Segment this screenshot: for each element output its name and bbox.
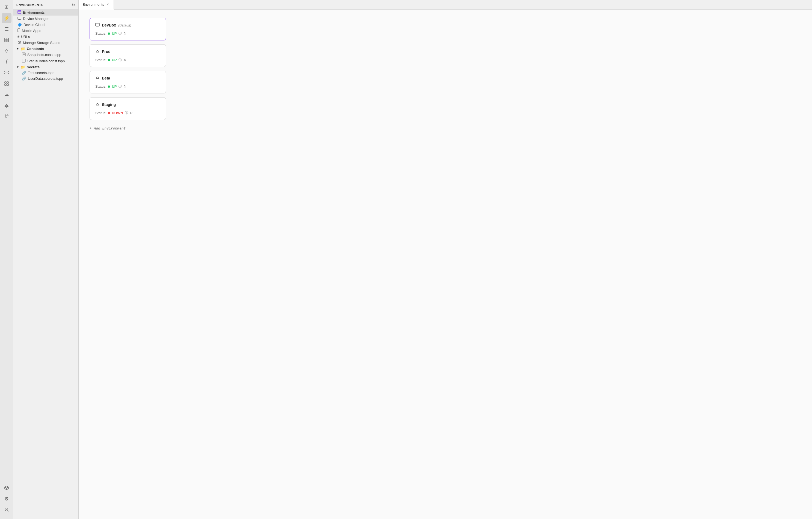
env-card-devbox[interactable]: DevBox (default) Status: UP ⓘ ↻ xyxy=(90,18,166,40)
sidebar-collapse-icon[interactable]: ↻ xyxy=(72,3,75,7)
userdata-secrets-label: UserData.secrets.tspp xyxy=(28,77,63,81)
sidebar-item-environments[interactable]: Environments xyxy=(13,9,78,16)
sidebar: ENVIRONMENTS ↻ Environments Device xyxy=(13,0,79,519)
storage-icon[interactable] xyxy=(2,68,11,78)
beta-info-icon[interactable]: ⓘ xyxy=(118,84,122,89)
sidebar-label-environments: Environments xyxy=(23,10,45,15)
table-icon[interactable] xyxy=(2,35,11,45)
svg-rect-33 xyxy=(95,23,99,26)
test-secrets-label: Test.secrets.tspp xyxy=(28,71,55,75)
env-card-prod[interactable]: Prod Status: UP ⓘ ↻ xyxy=(90,44,166,67)
tab-environments-close[interactable]: ✕ xyxy=(106,2,110,6)
test-secrets-icon: 🔗 xyxy=(22,71,26,75)
sidebar-section-secrets[interactable]: ▼ 📁 Secrets xyxy=(13,64,78,70)
secrets-collapse-icon: ▼ xyxy=(17,65,19,69)
svg-rect-1 xyxy=(5,29,8,29)
sidebar-label-mobile-apps: Mobile Apps xyxy=(22,29,41,33)
user-icon[interactable] xyxy=(2,505,11,515)
environments-icon xyxy=(18,10,21,15)
workflow-icon[interactable]: ⚡ xyxy=(2,13,11,23)
sidebar-item-device-cloud[interactable]: 🔷 Device Cloud xyxy=(13,22,78,28)
settings-icon[interactable]: ⚙ xyxy=(2,494,11,504)
env-card-prod-header: Prod xyxy=(95,49,160,54)
sidebar-title: ENVIRONMENTS xyxy=(17,3,44,6)
grid-icon[interactable]: ⊞ xyxy=(2,2,11,12)
devbox-status-text: UP xyxy=(112,31,117,35)
grid2-icon[interactable] xyxy=(2,79,11,88)
svg-rect-27 xyxy=(22,53,25,56)
box-icon[interactable] xyxy=(2,483,11,493)
devbox-name: DevBox xyxy=(102,23,116,27)
devbox-info-icon[interactable]: ⓘ xyxy=(118,31,122,36)
staging-icon xyxy=(95,102,100,107)
list-icon[interactable] xyxy=(2,24,11,34)
activity-bar-top: ⊞ ⚡ ◇ f xyxy=(2,2,11,483)
sidebar-item-snapshots-const[interactable]: Snapshots.const.tspp xyxy=(13,52,78,58)
constants-label: Constants xyxy=(27,47,44,51)
secrets-label: Secrets xyxy=(27,65,39,69)
svg-point-15 xyxy=(5,117,6,118)
sidebar-item-userdata-secrets[interactable]: 🔗 UserData.secrets.tspp xyxy=(13,76,78,81)
sidebar-label-urls: URLs xyxy=(21,35,30,39)
beta-status-label: Status: xyxy=(95,84,106,88)
add-environment-button[interactable]: + Add Environment xyxy=(90,126,126,131)
beta-status-text: UP xyxy=(112,84,117,88)
beta-refresh-icon[interactable]: ↻ xyxy=(123,84,126,88)
func-icon[interactable]: f xyxy=(2,57,11,67)
staging-status: Status: DOWN ⓘ ↻ xyxy=(95,111,160,115)
sidebar-section-constants[interactable]: ▼ 📁 Constants xyxy=(13,46,78,52)
devbox-default-label: (default) xyxy=(118,23,131,27)
content-area: DevBox (default) Status: UP ⓘ ↻ P xyxy=(79,9,812,519)
sidebar-item-device-manager[interactable]: Device Manager xyxy=(13,16,78,22)
svg-rect-12 xyxy=(7,84,8,85)
code-icon[interactable]: ◇ xyxy=(2,46,11,56)
snapshots-const-label: Snapshots.const.tspp xyxy=(27,53,61,57)
statuscodes-const-label: StatusCodes.const.tspp xyxy=(27,59,65,63)
staging-info-icon[interactable]: ⓘ xyxy=(125,111,128,115)
prod-status: Status: UP ⓘ ↻ xyxy=(95,58,160,62)
sidebar-item-test-secrets[interactable]: 🔗 Test.secrets.tspp xyxy=(13,70,78,76)
staging-refresh-icon[interactable]: ↻ xyxy=(130,111,133,115)
deploy-icon[interactable] xyxy=(2,101,11,110)
env-card-staging[interactable]: Staging Status: DOWN ⓘ ↻ xyxy=(90,97,166,120)
sidebar-item-statuscodes-const[interactable]: StatusCodes.const.tspp xyxy=(13,58,78,64)
env-card-devbox-header: DevBox (default) xyxy=(95,22,160,28)
svg-point-19 xyxy=(6,508,7,510)
prod-name: Prod xyxy=(102,50,111,54)
devbox-status-dot xyxy=(108,32,110,35)
sidebar-item-mobile-apps[interactable]: Mobile Apps xyxy=(13,28,78,34)
svg-rect-30 xyxy=(22,59,25,62)
device-manager-icon xyxy=(18,17,21,21)
cloud-icon[interactable]: ☁ xyxy=(2,90,11,100)
sidebar-label-manage-storage: Manage Storage States xyxy=(23,41,60,45)
sidebar-item-manage-storage[interactable]: Manage Storage States xyxy=(13,39,78,46)
devbox-status-label: Status: xyxy=(95,31,106,35)
svg-rect-3 xyxy=(5,38,8,42)
prod-info-icon[interactable]: ⓘ xyxy=(118,58,122,62)
snapshots-const-icon xyxy=(22,52,26,57)
prod-status-dot xyxy=(108,59,110,61)
prod-status-label: Status: xyxy=(95,58,106,62)
secrets-folder-icon: 📁 xyxy=(21,65,25,69)
sidebar-content: Environments Device Manager 🔷 Device Clo… xyxy=(13,9,78,519)
env-card-beta-header: Beta xyxy=(95,75,160,81)
beta-icon xyxy=(95,75,100,81)
svg-point-14 xyxy=(5,115,6,116)
prod-refresh-icon[interactable]: ↻ xyxy=(123,58,126,62)
manage-storage-icon xyxy=(18,40,21,45)
env-card-beta[interactable]: Beta Status: UP ⓘ ↻ xyxy=(90,71,166,93)
urls-icon: # xyxy=(18,35,19,39)
svg-rect-7 xyxy=(5,71,8,72)
svg-rect-9 xyxy=(5,82,6,83)
staging-status-text: DOWN xyxy=(112,111,123,115)
tab-environments[interactable]: Environments ✕ xyxy=(79,0,114,9)
devbox-refresh-icon[interactable]: ↻ xyxy=(123,31,126,35)
svg-point-25 xyxy=(19,31,19,32)
sidebar-item-urls[interactable]: # URLs xyxy=(13,34,78,39)
svg-rect-2 xyxy=(5,30,8,31)
beta-status-dot xyxy=(108,85,110,88)
constants-collapse-icon: ▼ xyxy=(17,47,19,50)
tab-bar: Environments ✕ xyxy=(79,0,812,9)
svg-rect-8 xyxy=(5,73,8,74)
branch-icon[interactable] xyxy=(2,111,11,121)
